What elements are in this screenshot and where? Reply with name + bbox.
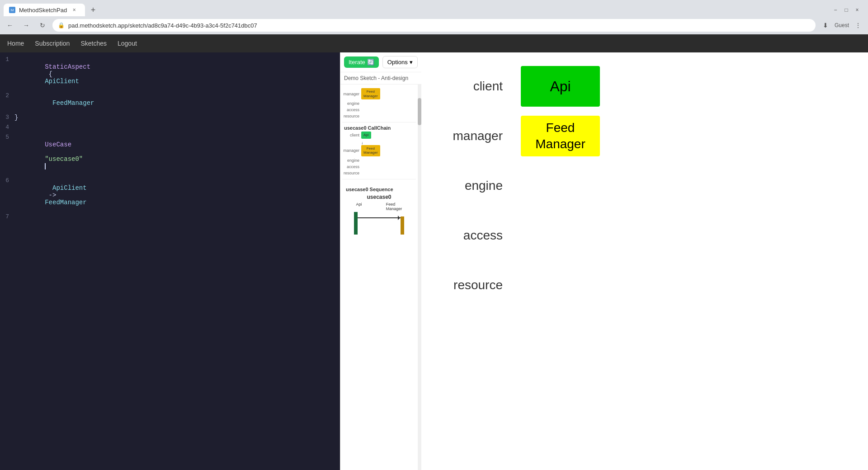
line-content-6: ApiClient -> FeedManager (13, 177, 87, 213)
line-num-1: 1 (0, 56, 13, 92)
url-text: pad.methodsketch.app/sketch/ad8c9a74-d49… (68, 22, 257, 29)
callchain-title: usecase0 CallChain (342, 124, 416, 132)
sketch-callchain: usecase0 CallChain client Api ↓ manager … (342, 124, 416, 175)
tab-bar: M MethodSketchPad × + − □ × (0, 0, 868, 16)
sketch-label-engine-cc: engine (342, 158, 359, 163)
code-line-5: 5 UseCase "usecase0" (0, 134, 340, 177)
cc-arrow: ↓ (342, 141, 416, 145)
browser-chrome: M MethodSketchPad × + − □ × ← → ↻ 🔒 pad.… (0, 0, 868, 34)
tab-title: MethodSketchPad (19, 7, 67, 14)
forward-button[interactable]: → (20, 19, 33, 32)
main-diagram: client Api manager FeedManager engine ac… (421, 52, 868, 470)
divider-2 (342, 179, 416, 179)
sketch-row-client-cc: client Api (342, 132, 416, 139)
minimize-button[interactable]: − (832, 6, 839, 14)
sketch-box-api-cc: Api (361, 132, 371, 139)
refresh-button[interactable]: ↻ (36, 19, 49, 32)
diagram-label-engine: engine (439, 179, 521, 193)
code-line-2: 2 FeedManager (0, 92, 340, 114)
sequence-title: usecase0 Sequence (344, 185, 414, 194)
line-num-2: 2 (0, 92, 13, 114)
line-num-6: 6 (0, 177, 13, 213)
sequence-cols: Api FeedManager (344, 202, 414, 211)
sketch-content[interactable]: manager FeedManager engine access resour… (340, 85, 418, 470)
main-layout: 1 StaticAspect { ApiClient 2 FeedManager… (0, 52, 868, 470)
nav-subscription[interactable]: Subscription (35, 40, 70, 47)
profile-label: Guest (835, 22, 849, 28)
app-nav: Home Subscription Sketches Logout (0, 34, 868, 52)
seq-col-feedmanager: FeedManager (386, 202, 402, 211)
brace-open: { (45, 70, 56, 78)
sketch-panel: Iterate 🔄 Options ▾ Demo Sketch - Anti-d… (340, 52, 421, 470)
sketch-label-manager-cc: manager (342, 148, 359, 153)
options-button[interactable]: Options ▾ (382, 56, 418, 68)
iterate-button[interactable]: Iterate 🔄 (344, 56, 379, 68)
sketch-scroll-thumb[interactable] (418, 98, 421, 125)
class-apiclient: ApiClient (45, 78, 79, 85)
back-button[interactable]: ← (4, 19, 16, 32)
line-content-4 (13, 124, 14, 134)
sketch-label-client-cc: client (342, 133, 359, 137)
diagram-row-access: access (439, 211, 850, 260)
diagram-row-client: client Api (439, 61, 850, 111)
svg-text:M: M (11, 8, 14, 12)
tab-close-button[interactable]: × (71, 6, 78, 14)
options-label: Options (387, 59, 408, 66)
sketch-row-manager-cc: manager FeedManager (342, 145, 416, 156)
diagram-label-access: access (439, 228, 521, 243)
download-button[interactable]: ⬇ (819, 19, 832, 32)
active-tab[interactable]: M MethodSketchPad × (4, 4, 85, 16)
nav-logout[interactable]: Logout (118, 40, 137, 47)
class-apiclient-ref: ApiClient (45, 184, 86, 192)
class-feedmanager-ref: FeedManager (45, 199, 86, 206)
line-num-4: 4 (0, 124, 13, 134)
sketch-scrollbar[interactable] (418, 85, 421, 470)
string-usecase0: "usecase0" (45, 155, 83, 163)
sketch-row-access-cc: access (342, 164, 416, 169)
line-content-1: StaticAspect { ApiClient (13, 56, 90, 92)
chevron-down-icon: ▾ (410, 59, 413, 66)
space (45, 148, 48, 155)
sequence-diagram (346, 212, 412, 239)
seq-col-api: Api (356, 202, 362, 211)
code-editor[interactable]: 1 StaticAspect { ApiClient 2 FeedManager… (0, 52, 340, 470)
nav-sketches[interactable]: Sketches (80, 40, 107, 47)
code-line-3: 3 } (0, 114, 340, 124)
diagram-row-manager: manager FeedManager (439, 111, 850, 161)
maximize-button[interactable]: □ (843, 6, 850, 14)
sketch-row-access-top: access (342, 108, 416, 112)
sketch-row-manager-top: manager FeedManager (342, 88, 416, 99)
seq-arrow-line (358, 217, 401, 218)
sketch-label-resource-cc: resource (342, 171, 359, 175)
divider-1 (342, 122, 416, 122)
more-button[interactable]: ⋮ (852, 19, 864, 32)
new-tab-button[interactable]: + (87, 4, 99, 16)
sketch-label-engine-top: engine (342, 101, 359, 106)
sketch-top-diagram: manager FeedManager engine access resour… (342, 88, 416, 118)
code-line-7: 7 (0, 213, 340, 223)
keyword-usecase: UseCase (45, 141, 71, 148)
seq-bar-api (354, 212, 358, 235)
code-line-4: 4 (0, 124, 340, 134)
lock-icon: 🔒 (58, 22, 65, 28)
profile-button[interactable]: Guest (835, 19, 848, 32)
address-bar[interactable]: 🔒 pad.methodsketch.app/sketch/ad8c9a74-d… (52, 19, 816, 32)
line-content-7 (13, 213, 14, 223)
class-feedmanager: FeedManager (45, 99, 94, 107)
arrow: -> (45, 192, 60, 199)
diagram-box-feedmanager: FeedManager (521, 116, 600, 156)
right-panel: Iterate 🔄 Options ▾ Demo Sketch - Anti-d… (340, 52, 868, 470)
sketch-box-feedmanager-cc: FeedManager (361, 145, 380, 156)
sketch-label-manager-top: manager (342, 92, 359, 96)
sketch-row-engine-top: engine (342, 101, 416, 106)
sketch-sequence: usecase0 Sequence usecase0 Api FeedManag… (342, 181, 416, 243)
close-button[interactable]: × (854, 6, 861, 14)
sketch-toolbar: Iterate 🔄 Options ▾ (340, 52, 421, 72)
window-controls: − □ × (832, 6, 864, 14)
sequence-name: usecase0 (344, 194, 414, 200)
code-line-6: 6 ApiClient -> FeedManager (0, 177, 340, 213)
diagram-row-engine: engine (439, 161, 850, 211)
address-bar-row: ← → ↻ 🔒 pad.methodsketch.app/sketch/ad8c… (0, 16, 868, 34)
sketch-row-engine-cc: engine (342, 158, 416, 163)
nav-home[interactable]: Home (7, 40, 24, 47)
